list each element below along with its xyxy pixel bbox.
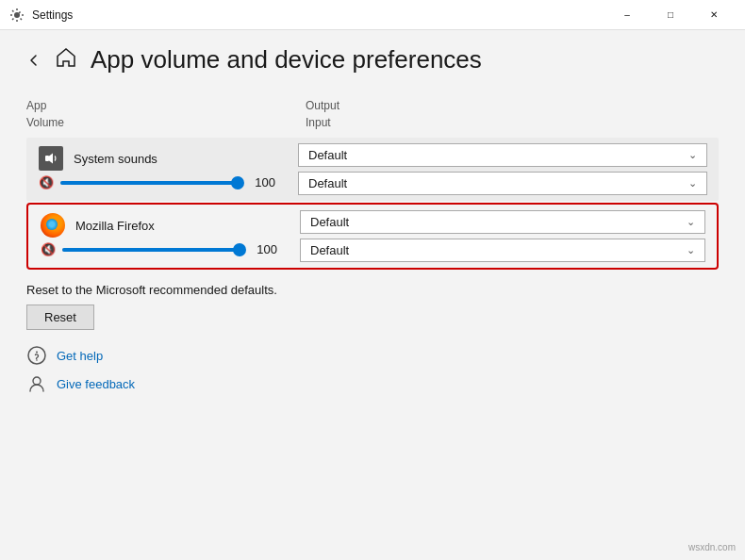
system-sounds-label: System sounds xyxy=(74,152,157,166)
settings-window-icon xyxy=(9,8,25,23)
give-feedback-icon xyxy=(26,373,47,394)
system-sounds-mute-icon[interactable]: 🔇 xyxy=(38,175,55,189)
title-bar: Settings – □ ✕ xyxy=(0,0,745,30)
system-sounds-volume-row: 🔇 100 xyxy=(38,175,275,189)
col-app-label: AppVolume xyxy=(26,97,290,130)
system-sounds-input-chevron: ⌄ xyxy=(688,177,697,189)
minimize-button[interactable]: – xyxy=(605,0,649,30)
get-help-icon xyxy=(26,345,47,366)
reset-section: Reset to the Microsoft recommended defau… xyxy=(26,283,719,330)
window-controls: – □ ✕ xyxy=(605,0,736,30)
mozilla-firefox-mute-icon[interactable]: 🔇 xyxy=(40,242,57,256)
mozilla-firefox-input-dropdown[interactable]: Default ⌄ xyxy=(300,239,705,262)
close-button[interactable]: ✕ xyxy=(692,0,736,30)
mozilla-firefox-volume-row: 🔇 100 xyxy=(40,242,277,256)
mozilla-firefox-output-dropdown[interactable]: Default ⌄ xyxy=(300,210,705,234)
output-input-label: OutputInput xyxy=(306,99,339,129)
get-help-link[interactable]: Get help xyxy=(57,349,103,363)
app-volume-label: AppVolume xyxy=(26,99,64,129)
mozilla-firefox-slider[interactable] xyxy=(62,248,245,252)
mozilla-firefox-volume-value: 100 xyxy=(251,242,277,256)
system-sounds-right: Default ⌄ Default ⌄ xyxy=(287,138,719,201)
mozilla-firefox-row: Mozilla Firefox 🔇 100 Default ⌄ Default … xyxy=(26,203,719,270)
home-icon xyxy=(55,46,77,74)
give-feedback-link[interactable]: Give feedback xyxy=(57,377,135,391)
back-button[interactable] xyxy=(26,53,41,68)
page-header: App volume and device preferences xyxy=(26,45,719,74)
svg-point-3 xyxy=(36,352,38,354)
mozilla-firefox-icon-box xyxy=(40,212,66,239)
system-sounds-icon-box xyxy=(38,145,64,172)
system-sounds-row: System sounds 🔇 100 Default ⌄ Default ⌄ xyxy=(26,138,719,201)
system-sounds-icon xyxy=(39,146,63,171)
svg-point-5 xyxy=(33,377,41,385)
title-bar-left: Settings xyxy=(9,8,605,23)
reset-text: Reset to the Microsoft recommended defau… xyxy=(26,283,719,297)
system-sounds-output-value: Default xyxy=(308,148,347,162)
give-feedback-row[interactable]: Give feedback xyxy=(26,373,719,394)
system-sounds-input-dropdown[interactable]: Default ⌄ xyxy=(298,172,707,195)
mozilla-firefox-output-chevron: ⌄ xyxy=(687,216,695,228)
col-output-input-label: OutputInput xyxy=(290,97,719,130)
system-sounds-volume-value: 100 xyxy=(249,175,275,189)
svg-rect-1 xyxy=(45,156,49,161)
table-header: AppVolume OutputInput xyxy=(26,97,719,134)
main-content: App volume and device preferences AppVol… xyxy=(0,30,745,560)
page-title: App volume and device preferences xyxy=(91,45,482,74)
title-bar-title: Settings xyxy=(32,8,73,22)
mozilla-firefox-left: Mozilla Firefox 🔇 100 xyxy=(28,205,289,268)
svg-point-0 xyxy=(14,12,20,18)
system-sounds-slider[interactable] xyxy=(60,181,243,185)
system-sounds-name-row: System sounds xyxy=(38,145,275,172)
system-sounds-input-value: Default xyxy=(308,176,347,190)
system-sounds-output-chevron: ⌄ xyxy=(688,149,697,161)
firefox-icon xyxy=(41,213,65,238)
maximize-button[interactable]: □ xyxy=(649,0,692,30)
mozilla-firefox-label: Mozilla Firefox xyxy=(75,219,155,233)
reset-button[interactable]: Reset xyxy=(26,305,94,330)
mozilla-firefox-right: Default ⌄ Default ⌄ xyxy=(289,205,717,268)
get-help-row[interactable]: Get help xyxy=(26,345,719,366)
system-sounds-left: System sounds 🔇 100 xyxy=(26,138,287,201)
mozilla-firefox-output-value: Default xyxy=(310,215,349,229)
mozilla-firefox-input-chevron: ⌄ xyxy=(687,244,695,256)
mozilla-firefox-input-value: Default xyxy=(310,243,349,257)
footer-links: Get help Give feedback xyxy=(26,345,719,394)
svg-point-2 xyxy=(28,347,45,364)
svg-point-4 xyxy=(36,359,38,361)
watermark: wsxdn.com xyxy=(688,542,736,552)
mozilla-firefox-name-row: Mozilla Firefox xyxy=(40,212,277,239)
system-sounds-output-dropdown[interactable]: Default ⌄ xyxy=(298,143,707,167)
